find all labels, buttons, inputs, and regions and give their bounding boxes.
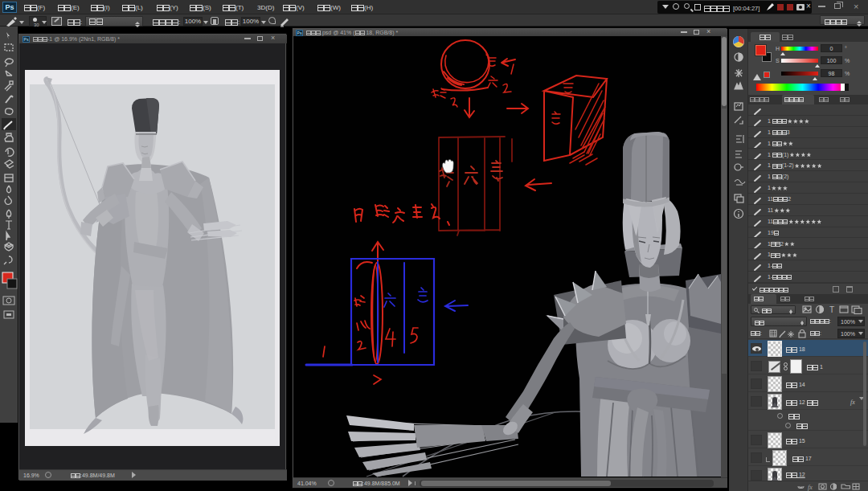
svg-text:fx: fx bbox=[808, 484, 813, 491]
svg-text:T: T bbox=[829, 305, 834, 314]
